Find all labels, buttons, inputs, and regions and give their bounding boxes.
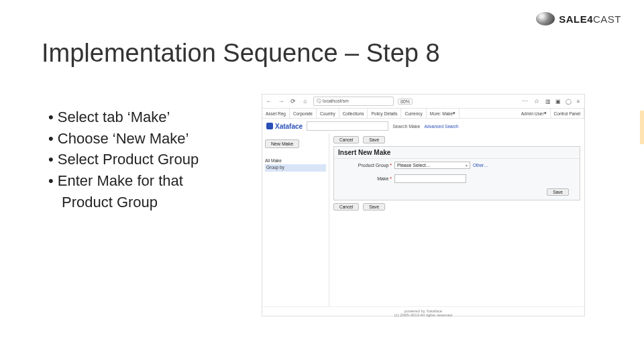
reader-icon[interactable]: ⋯ [521, 97, 529, 105]
bullet-item: • Select Product Group [48, 149, 250, 170]
tab-policy[interactable]: Policy Details [368, 109, 401, 118]
advanced-search-link[interactable]: Advanced Search [424, 124, 458, 129]
cancel-button-bottom[interactable]: Cancel [333, 203, 359, 210]
url-bar[interactable]: ⓘ localhost/sm [313, 97, 394, 106]
library-icon[interactable]: ▥ [545, 98, 551, 105]
left-panel: New Make All Make Group by [262, 133, 329, 306]
account-icon[interactable]: ◯ [565, 98, 572, 105]
back-icon[interactable]: ← [265, 97, 273, 105]
control-panel-link[interactable]: Control Panel [551, 109, 584, 118]
page-title: Implementation Sequence – Step 8 [42, 39, 440, 68]
tab-corporate[interactable]: Corporate [290, 109, 317, 118]
bullet-item: • Select tab ‘Make’ [48, 107, 250, 127]
bullet-item-cont: Product Group [48, 192, 250, 213]
logo-text: SALE4CAST [559, 13, 621, 25]
new-make-button[interactable]: New Make [265, 139, 299, 148]
save-button-form[interactable]: Save [547, 188, 569, 196]
app-brand: Xataface [266, 123, 303, 130]
logo-orb-icon [536, 12, 555, 25]
save-button-top[interactable]: Save [363, 136, 385, 143]
bullet-item: • Choose ‘New Make’ [48, 129, 250, 149]
bullet-list: • Select tab ‘Make’ • Choose ‘New Make’ … [48, 107, 250, 213]
zoom-level[interactable]: 80% [398, 99, 413, 105]
tab-make[interactable]: More: Make ▾ [427, 109, 460, 118]
sidebar-item-all-make[interactable]: All Make [265, 158, 326, 164]
make-label: Make * [338, 176, 392, 181]
sidebar-item-groupby[interactable]: Group by [265, 164, 326, 171]
make-input[interactable] [394, 174, 466, 183]
tab-assetreg[interactable]: Asset Reg [262, 109, 290, 118]
forward-icon[interactable]: → [277, 97, 285, 105]
chevron-down-icon: ▾ [466, 163, 468, 168]
reload-icon[interactable]: ⟳ [289, 97, 297, 105]
brand-icon [266, 123, 273, 129]
tab-currency[interactable]: Currency [401, 109, 426, 118]
main-panel: Cancel Save Insert New Make Product Grou… [329, 133, 584, 306]
search-input[interactable] [307, 121, 388, 131]
app-header: Xataface Search Make Advanced Search [262, 119, 584, 133]
right-edge-strip [640, 97, 644, 285]
product-group-label: Product Group * [338, 163, 392, 168]
sidebar-icon[interactable]: ▣ [555, 98, 561, 105]
hamburger-icon[interactable]: ≡ [575, 98, 582, 105]
home-icon[interactable]: ⌂ [301, 97, 309, 105]
save-button-bottom[interactable]: Save [363, 203, 385, 210]
star-icon[interactable]: ☆ [533, 97, 541, 105]
form-title: Insert New Make [334, 147, 580, 159]
insert-make-form: Insert New Make Product Group * Please S… [333, 146, 580, 200]
product-group-select[interactable]: Please Select…▾ [394, 162, 470, 169]
product-group-other-link[interactable]: Other… [473, 163, 488, 168]
app-footer: powered by Xataface (c) 2005-2019 All ri… [262, 306, 584, 322]
browser-toolbar: ← → ⟳ ⌂ ⓘ localhost/sm 80% ⋯ ☆ ▥ ▣ ◯ ≡ [262, 95, 584, 109]
tab-collections[interactable]: Collections [339, 109, 368, 118]
bullet-item: • Enter Make for that [48, 171, 250, 191]
search-label: Search Make [392, 124, 420, 129]
tab-country[interactable]: Country [317, 109, 339, 118]
browser-screenshot: ← → ⟳ ⌂ ⓘ localhost/sm 80% ⋯ ☆ ▥ ▣ ◯ ≡ A… [262, 94, 585, 316]
user-menu[interactable]: Admin User ▾ [518, 109, 551, 118]
brand-logo: SALE4CAST [536, 12, 621, 25]
app-top-tabs: Asset Reg Corporate Country Collections … [262, 109, 584, 119]
cancel-button-top[interactable]: Cancel [333, 136, 359, 143]
